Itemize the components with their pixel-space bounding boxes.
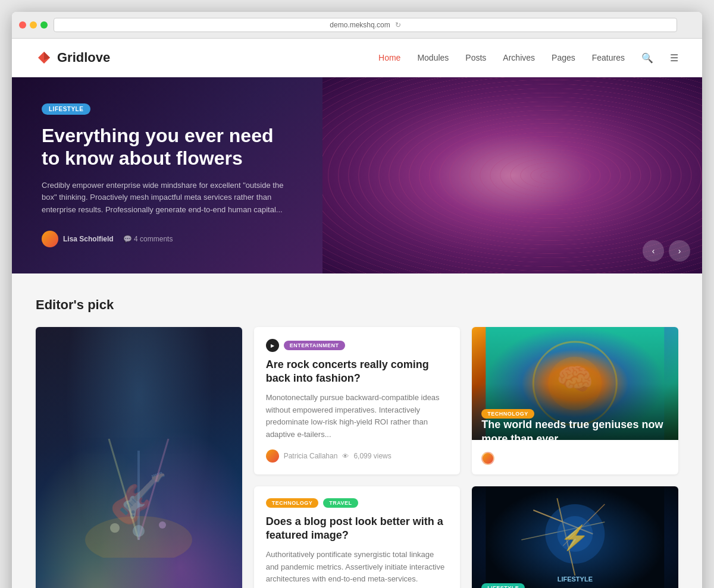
blog-post-title: Does a blog post look better with a feat… [266,515,449,543]
hero-next-button[interactable]: › [669,240,690,262]
card-genius[interactable]: 🧠 TECHNOLOGY The world needs true genius… [472,327,678,474]
hero-badge: LIFESTYLE [42,103,90,115]
menu-icon[interactable]: ☰ [670,52,678,64]
card-blog-post[interactable]: TECHNOLOGY TRAVEL Does a blog post look … [254,486,461,588]
genius-title: The world needs true geniuses now more t… [481,418,669,446]
main-nav: Home Modules Posts Archives Pages Featur… [378,52,678,64]
genius-author-name: Patricia Callahan [498,454,552,463]
address-bar[interactable]: demo.mekshq.com ↻ [54,18,677,32]
svg-text:⚡: ⚡ [560,523,590,552]
cards-grid: ENTERTAINMENT Are rock concerts really c… [36,327,678,588]
svg-point-4 [110,523,120,533]
card-header-row: ENTERTAINMENT [266,339,449,352]
hero-navigation: ‹ › [643,240,690,262]
card-concert[interactable] [36,327,242,588]
patricia-name: Patricia Callahan [284,452,338,460]
browser-window: demo.mekshq.com ↻ Gridlove Home Modules … [12,12,702,588]
card-rock-concerts-body: ENTERTAINMENT Are rock concerts really c… [254,327,461,474]
minimize-dot[interactable] [30,21,37,29]
nav-modules[interactable]: Modules [417,53,449,62]
technology-tag-genius: TECHNOLOGY [481,409,534,419]
nav-archives[interactable]: Archives [503,53,535,62]
hero-author-name: Lisa Scholfield [63,235,114,243]
nav-home[interactable]: Home [378,53,400,62]
rock-concerts-excerpt: Monotonectally pursue backward-compatibl… [266,392,449,441]
hero-section: LIFESTYLE Everything you ever need to kn… [12,77,702,273]
browser-dots [19,21,48,29]
travel-tag-blog: TRAVEL [323,498,358,508]
sparkle-svg: ⚡ LIFESTYLE [472,486,678,588]
logo-icon [36,49,52,66]
hero-author-avatar [42,231,58,247]
hero-content: LIFESTYLE Everything you ever need to kn… [12,77,321,273]
fullscreen-dot[interactable] [40,21,48,29]
entertainment-tag: ENTERTAINMENT [284,341,345,350]
browser-chrome: demo.mekshq.com ↻ [12,12,702,39]
concert-image [36,327,242,588]
hero-description: Credibly empower enterprise wide mindsha… [42,180,292,216]
nav-features[interactable]: Features [592,53,625,62]
main-content: Editor's pick [12,273,702,588]
card-rock-concerts[interactable]: ENTERTAINMENT Are rock concerts really c… [254,327,461,474]
hero-prev-button[interactable]: ‹ [643,240,664,262]
lifestyle-tag-happy: LIFESTYLE [481,583,525,588]
close-dot[interactable] [19,21,26,29]
technology-tag-blog: TECHNOLOGY [266,498,319,508]
views-count: 6,099 views [353,452,391,460]
refresh-icon[interactable]: ↻ [395,21,401,29]
rock-concerts-meta: Patricia Callahan 👁 6,099 views [266,449,449,463]
hero-author-row: Lisa Scholfield 💬 4 comments [42,231,292,247]
blog-post-excerpt: Authoritatively pontificate synergistic … [266,549,449,588]
nav-posts[interactable]: Posts [465,53,486,62]
logo-text: Gridlove [57,50,110,65]
site-header: Gridlove Home Modules Posts Archives Pag… [12,39,702,77]
genius-meta: Patricia Callahan [481,452,669,465]
card-happy[interactable]: ⚡ LIFESTYLE LIFESTYLE If you're truly ha… [472,486,678,588]
play-button[interactable] [266,339,279,352]
editors-pick-title: Editor's pick [36,297,678,313]
hero-title: Everything you ever need to know about f… [42,124,292,170]
svg-point-6 [133,525,145,537]
url-text: demo.mekshq.com [330,21,390,29]
hero-comments: 💬 4 comments [123,235,173,243]
card-blog-body: TECHNOLOGY TRAVEL Does a blog post look … [254,486,461,588]
genius-overlay-content: TECHNOLOGY The world needs true geniuses… [472,398,678,474]
patricia-avatar [266,449,279,463]
site-logo[interactable]: Gridlove [36,49,110,66]
nav-pages[interactable]: Pages [552,53,575,62]
svg-point-5 [159,521,166,529]
rock-concerts-title: Are rock concerts really coming back int… [266,358,449,386]
genius-author-avatar [481,452,494,465]
happy-overlay: LIFESTYLE [472,574,678,588]
search-icon[interactable]: 🔍 [641,52,653,64]
site-content: Gridlove Home Modules Posts Archives Pag… [12,39,702,588]
happy-image: ⚡ LIFESTYLE LIFESTYLE [472,486,678,588]
concert-svg [79,439,198,558]
views-icon: 👁 [342,452,349,460]
blog-tags: TECHNOLOGY TRAVEL [266,498,449,508]
